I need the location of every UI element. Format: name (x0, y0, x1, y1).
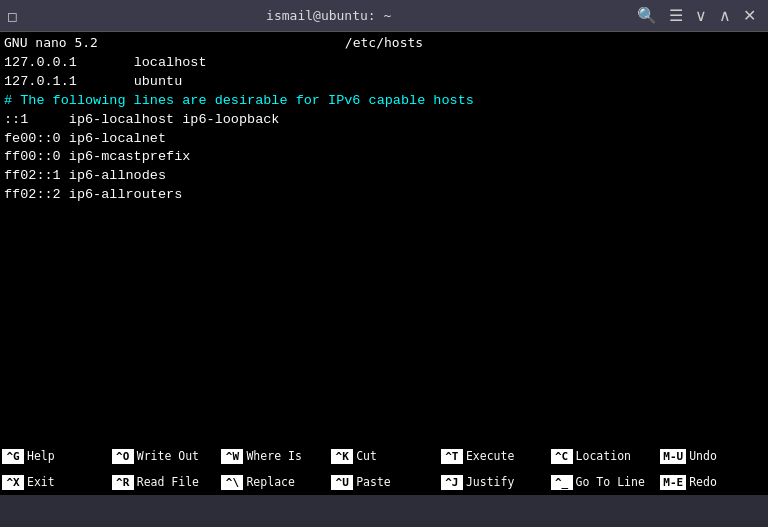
maximize-button[interactable]: ∧ (715, 8, 735, 24)
titlebar-left: □ (8, 8, 24, 24)
footer-key: ^K (331, 449, 353, 464)
footer-label: Help (27, 449, 55, 463)
terminal-icon: □ (8, 8, 16, 24)
titlebar-controls: 🔍 ☰ ∨ ∧ ✕ (633, 8, 760, 24)
footer-item-go-to-line[interactable]: ^_Go To Line (549, 469, 659, 495)
footer-key: ^W (221, 449, 243, 464)
footer-key: ^C (551, 449, 573, 464)
footer-label: Write Out (137, 449, 199, 463)
footer-key: M-U (660, 449, 686, 464)
editor-line: 127.0.1.1 ubuntu (4, 73, 764, 92)
footer-label: Go To Line (576, 475, 645, 489)
editor-line: ff02::1 ip6-allnodes (4, 167, 764, 186)
footer-item-paste[interactable]: ^UPaste (329, 469, 439, 495)
nano-header: GNU nano 5.2 /etc/hosts (0, 32, 768, 52)
nano-header-center: /etc/hosts (257, 35, 510, 50)
footer-key: M-E (660, 475, 686, 490)
footer-label: Execute (466, 449, 514, 463)
footer-item-redo[interactable]: M-ERedo (658, 469, 768, 495)
footer-item-undo[interactable]: M-UUndo (658, 443, 768, 469)
footer-label: Location (576, 449, 631, 463)
footer-item-execute[interactable]: ^TExecute (439, 443, 549, 469)
footer-label: Justify (466, 475, 514, 489)
footer-item-replace[interactable]: ^\Replace (219, 469, 329, 495)
editor-line: ff00::0 ip6-mcastprefix (4, 148, 764, 167)
close-button[interactable]: ✕ (739, 8, 760, 24)
footer-item-where-is[interactable]: ^WWhere Is (219, 443, 329, 469)
editor-line: fe00::0 ip6-localnet (4, 130, 764, 149)
footer-label: Where Is (246, 449, 301, 463)
footer-key: ^T (441, 449, 463, 464)
footer-item-exit[interactable]: ^XExit (0, 469, 110, 495)
titlebar-title: ismail@ubuntu: ~ (266, 8, 391, 23)
terminal: GNU nano 5.2 /etc/hosts 127.0.0.1 localh… (0, 32, 768, 495)
footer-label: Replace (246, 475, 294, 489)
footer-item-read-file[interactable]: ^RRead File (110, 469, 220, 495)
footer-key: ^\ (221, 475, 243, 490)
minimize-button[interactable]: ∨ (691, 8, 711, 24)
footer-key: ^U (331, 475, 353, 490)
footer-key: ^J (441, 475, 463, 490)
footer-key: ^_ (551, 475, 573, 490)
menu-button[interactable]: ☰ (665, 8, 687, 24)
nano-header-left: GNU nano 5.2 (4, 35, 257, 50)
footer-label: Cut (356, 449, 377, 463)
footer-label: Paste (356, 475, 391, 489)
footer-key: ^R (112, 475, 134, 490)
footer-key: ^G (2, 449, 24, 464)
footer-row-0: ^GHelp^OWrite Out^WWhere Is^KCut^TExecut… (0, 443, 768, 469)
nano-footer: ^GHelp^OWrite Out^WWhere Is^KCut^TExecut… (0, 443, 768, 495)
editor-line: 127.0.0.1 localhost (4, 54, 764, 73)
footer-label: Undo (689, 449, 717, 463)
footer-item-cut[interactable]: ^KCut (329, 443, 439, 469)
editor-line: ::1 ip6-localhost ip6-loopback (4, 111, 764, 130)
footer-label: Redo (689, 475, 717, 489)
titlebar: □ ismail@ubuntu: ~ 🔍 ☰ ∨ ∧ ✕ (0, 0, 768, 32)
search-button[interactable]: 🔍 (633, 8, 661, 24)
editor-line: # The following lines are desirable for … (4, 92, 764, 111)
footer-item-help[interactable]: ^GHelp (0, 443, 110, 469)
editor-content[interactable]: 127.0.0.1 localhost127.0.1.1 ubuntu# The… (0, 52, 768, 443)
footer-item-location[interactable]: ^CLocation (549, 443, 659, 469)
footer-key: ^X (2, 475, 24, 490)
editor-line: ff02::2 ip6-allrouters (4, 186, 764, 205)
footer-label: Read File (137, 475, 199, 489)
footer-item-write-out[interactable]: ^OWrite Out (110, 443, 220, 469)
footer-item-justify[interactable]: ^JJustify (439, 469, 549, 495)
footer-row-1: ^XExit^RRead File^\Replace^UPaste^JJusti… (0, 469, 768, 495)
footer-label: Exit (27, 475, 55, 489)
footer-key: ^O (112, 449, 134, 464)
